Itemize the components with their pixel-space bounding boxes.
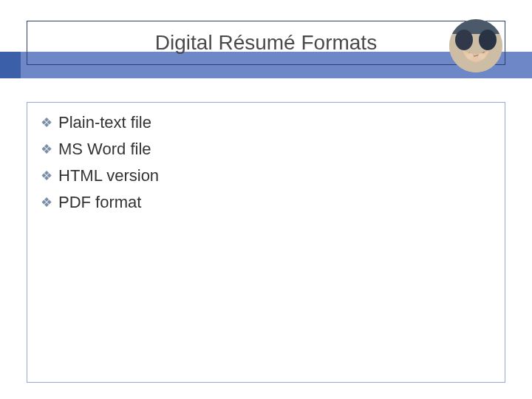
svg-point-3	[479, 30, 497, 50]
content-panel: ❖ Plain-text file ❖ MS Word file ❖ HTML …	[27, 102, 505, 383]
bullet-label: PDF format	[58, 193, 141, 212]
svg-point-2	[455, 30, 473, 50]
bullet-label: HTML version	[58, 166, 159, 185]
title-container: Digital Résumé Formats	[27, 21, 505, 65]
diamond-bullet-icon: ❖	[41, 169, 52, 183]
list-item: ❖ Plain-text file	[41, 113, 491, 132]
svg-point-5	[478, 53, 485, 59]
list-item: ❖ MS Word file	[41, 140, 491, 159]
diamond-bullet-icon: ❖	[41, 196, 52, 209]
handshake-image	[449, 19, 502, 72]
list-item: ❖ PDF format	[41, 193, 491, 212]
svg-point-4	[466, 53, 474, 59]
list-item: ❖ HTML version	[41, 166, 491, 185]
bullet-label: MS Word file	[58, 140, 151, 159]
bullet-label: Plain-text file	[58, 113, 151, 132]
diamond-bullet-icon: ❖	[41, 116, 52, 129]
header-accent	[0, 52, 21, 78]
diamond-bullet-icon: ❖	[41, 143, 52, 156]
slide-title: Digital Résumé Formats	[155, 31, 377, 55]
